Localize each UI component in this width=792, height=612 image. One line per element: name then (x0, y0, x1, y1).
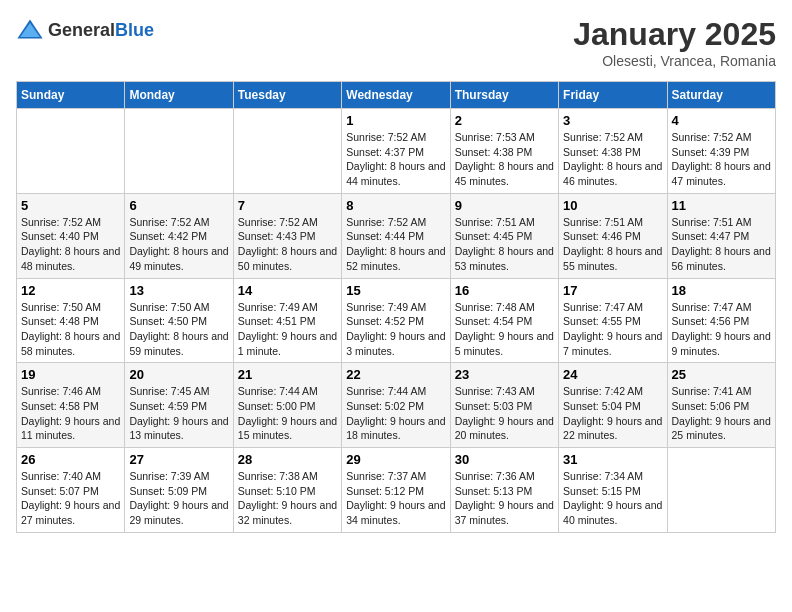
day-number: 9 (455, 198, 554, 213)
day-info: Sunrise: 7:39 AMSunset: 5:09 PMDaylight:… (129, 469, 228, 528)
calendar-cell: 2Sunrise: 7:53 AMSunset: 4:38 PMDaylight… (450, 109, 558, 194)
calendar-cell: 16Sunrise: 7:48 AMSunset: 4:54 PMDayligh… (450, 278, 558, 363)
calendar-week-row: 5Sunrise: 7:52 AMSunset: 4:40 PMDaylight… (17, 193, 776, 278)
weekday-header-saturday: Saturday (667, 82, 775, 109)
calendar-cell: 22Sunrise: 7:44 AMSunset: 5:02 PMDayligh… (342, 363, 450, 448)
day-info: Sunrise: 7:52 AMSunset: 4:37 PMDaylight:… (346, 130, 445, 189)
day-info: Sunrise: 7:42 AMSunset: 5:04 PMDaylight:… (563, 384, 662, 443)
day-number: 4 (672, 113, 771, 128)
day-info: Sunrise: 7:52 AMSunset: 4:43 PMDaylight:… (238, 215, 337, 274)
day-info: Sunrise: 7:45 AMSunset: 4:59 PMDaylight:… (129, 384, 228, 443)
day-info: Sunrise: 7:40 AMSunset: 5:07 PMDaylight:… (21, 469, 120, 528)
day-number: 21 (238, 367, 337, 382)
calendar-cell: 7Sunrise: 7:52 AMSunset: 4:43 PMDaylight… (233, 193, 341, 278)
calendar-cell: 27Sunrise: 7:39 AMSunset: 5:09 PMDayligh… (125, 448, 233, 533)
calendar-cell: 1Sunrise: 7:52 AMSunset: 4:37 PMDaylight… (342, 109, 450, 194)
weekday-header-thursday: Thursday (450, 82, 558, 109)
calendar-body: 1Sunrise: 7:52 AMSunset: 4:37 PMDaylight… (17, 109, 776, 533)
day-info: Sunrise: 7:53 AMSunset: 4:38 PMDaylight:… (455, 130, 554, 189)
day-info: Sunrise: 7:52 AMSunset: 4:44 PMDaylight:… (346, 215, 445, 274)
day-number: 12 (21, 283, 120, 298)
calendar-cell: 8Sunrise: 7:52 AMSunset: 4:44 PMDaylight… (342, 193, 450, 278)
day-info: Sunrise: 7:44 AMSunset: 5:00 PMDaylight:… (238, 384, 337, 443)
calendar-cell (125, 109, 233, 194)
weekday-header-sunday: Sunday (17, 82, 125, 109)
day-number: 16 (455, 283, 554, 298)
calendar-cell: 14Sunrise: 7:49 AMSunset: 4:51 PMDayligh… (233, 278, 341, 363)
day-info: Sunrise: 7:47 AMSunset: 4:55 PMDaylight:… (563, 300, 662, 359)
calendar-cell: 30Sunrise: 7:36 AMSunset: 5:13 PMDayligh… (450, 448, 558, 533)
day-number: 15 (346, 283, 445, 298)
logo-general: General (48, 20, 115, 40)
day-number: 22 (346, 367, 445, 382)
day-info: Sunrise: 7:51 AMSunset: 4:47 PMDaylight:… (672, 215, 771, 274)
weekday-header-wednesday: Wednesday (342, 82, 450, 109)
day-info: Sunrise: 7:36 AMSunset: 5:13 PMDaylight:… (455, 469, 554, 528)
calendar-cell: 26Sunrise: 7:40 AMSunset: 5:07 PMDayligh… (17, 448, 125, 533)
logo: GeneralBlue (16, 16, 154, 44)
day-number: 8 (346, 198, 445, 213)
day-info: Sunrise: 7:52 AMSunset: 4:40 PMDaylight:… (21, 215, 120, 274)
calendar-cell: 20Sunrise: 7:45 AMSunset: 4:59 PMDayligh… (125, 363, 233, 448)
day-number: 10 (563, 198, 662, 213)
day-number: 24 (563, 367, 662, 382)
day-number: 7 (238, 198, 337, 213)
day-number: 28 (238, 452, 337, 467)
weekday-header-monday: Monday (125, 82, 233, 109)
calendar-week-row: 19Sunrise: 7:46 AMSunset: 4:58 PMDayligh… (17, 363, 776, 448)
calendar-cell: 24Sunrise: 7:42 AMSunset: 5:04 PMDayligh… (559, 363, 667, 448)
calendar-cell: 9Sunrise: 7:51 AMSunset: 4:45 PMDaylight… (450, 193, 558, 278)
day-info: Sunrise: 7:41 AMSunset: 5:06 PMDaylight:… (672, 384, 771, 443)
calendar-cell: 23Sunrise: 7:43 AMSunset: 5:03 PMDayligh… (450, 363, 558, 448)
day-number: 27 (129, 452, 228, 467)
day-number: 30 (455, 452, 554, 467)
day-number: 1 (346, 113, 445, 128)
calendar-week-row: 26Sunrise: 7:40 AMSunset: 5:07 PMDayligh… (17, 448, 776, 533)
logo-icon (16, 16, 44, 44)
calendar-header-row: SundayMondayTuesdayWednesdayThursdayFrid… (17, 82, 776, 109)
page-header: GeneralBlue January 2025 Olesesti, Vranc… (16, 16, 776, 69)
day-info: Sunrise: 7:48 AMSunset: 4:54 PMDaylight:… (455, 300, 554, 359)
calendar-cell: 10Sunrise: 7:51 AMSunset: 4:46 PMDayligh… (559, 193, 667, 278)
day-number: 25 (672, 367, 771, 382)
day-info: Sunrise: 7:44 AMSunset: 5:02 PMDaylight:… (346, 384, 445, 443)
calendar-cell: 25Sunrise: 7:41 AMSunset: 5:06 PMDayligh… (667, 363, 775, 448)
day-info: Sunrise: 7:43 AMSunset: 5:03 PMDaylight:… (455, 384, 554, 443)
calendar-cell: 28Sunrise: 7:38 AMSunset: 5:10 PMDayligh… (233, 448, 341, 533)
calendar-cell: 29Sunrise: 7:37 AMSunset: 5:12 PMDayligh… (342, 448, 450, 533)
day-info: Sunrise: 7:47 AMSunset: 4:56 PMDaylight:… (672, 300, 771, 359)
calendar-cell: 15Sunrise: 7:49 AMSunset: 4:52 PMDayligh… (342, 278, 450, 363)
day-number: 31 (563, 452, 662, 467)
calendar-cell: 21Sunrise: 7:44 AMSunset: 5:00 PMDayligh… (233, 363, 341, 448)
calendar-cell (17, 109, 125, 194)
day-info: Sunrise: 7:37 AMSunset: 5:12 PMDaylight:… (346, 469, 445, 528)
calendar-cell: 6Sunrise: 7:52 AMSunset: 4:42 PMDaylight… (125, 193, 233, 278)
day-info: Sunrise: 7:52 AMSunset: 4:38 PMDaylight:… (563, 130, 662, 189)
calendar-title: January 2025 (573, 16, 776, 53)
calendar-table: SundayMondayTuesdayWednesdayThursdayFrid… (16, 81, 776, 533)
calendar-location: Olesesti, Vrancea, Romania (573, 53, 776, 69)
day-info: Sunrise: 7:50 AMSunset: 4:48 PMDaylight:… (21, 300, 120, 359)
day-info: Sunrise: 7:34 AMSunset: 5:15 PMDaylight:… (563, 469, 662, 528)
day-number: 14 (238, 283, 337, 298)
day-number: 17 (563, 283, 662, 298)
title-block: January 2025 Olesesti, Vrancea, Romania (573, 16, 776, 69)
day-number: 13 (129, 283, 228, 298)
weekday-header-tuesday: Tuesday (233, 82, 341, 109)
day-number: 20 (129, 367, 228, 382)
calendar-cell: 12Sunrise: 7:50 AMSunset: 4:48 PMDayligh… (17, 278, 125, 363)
calendar-cell: 4Sunrise: 7:52 AMSunset: 4:39 PMDaylight… (667, 109, 775, 194)
calendar-cell: 19Sunrise: 7:46 AMSunset: 4:58 PMDayligh… (17, 363, 125, 448)
logo-blue: Blue (115, 20, 154, 40)
day-number: 18 (672, 283, 771, 298)
weekday-header-friday: Friday (559, 82, 667, 109)
day-info: Sunrise: 7:52 AMSunset: 4:39 PMDaylight:… (672, 130, 771, 189)
day-info: Sunrise: 7:49 AMSunset: 4:52 PMDaylight:… (346, 300, 445, 359)
calendar-cell: 31Sunrise: 7:34 AMSunset: 5:15 PMDayligh… (559, 448, 667, 533)
day-number: 2 (455, 113, 554, 128)
day-info: Sunrise: 7:51 AMSunset: 4:45 PMDaylight:… (455, 215, 554, 274)
day-number: 6 (129, 198, 228, 213)
day-number: 11 (672, 198, 771, 213)
day-info: Sunrise: 7:51 AMSunset: 4:46 PMDaylight:… (563, 215, 662, 274)
day-number: 23 (455, 367, 554, 382)
